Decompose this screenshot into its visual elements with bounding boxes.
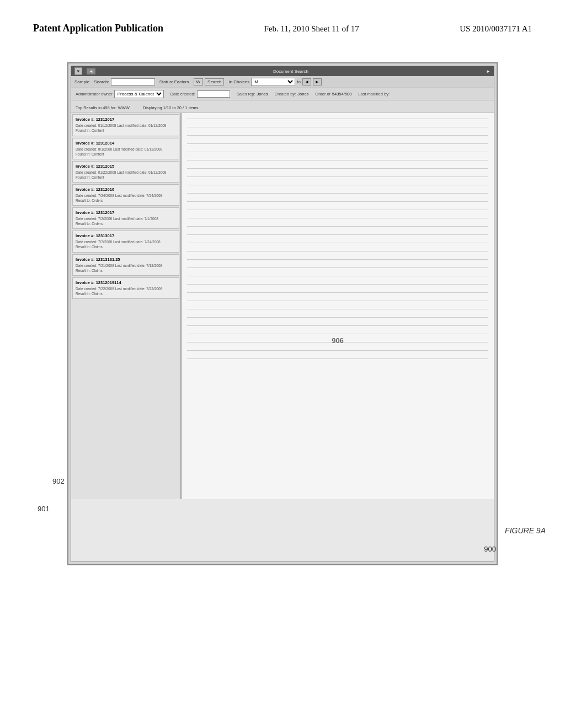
header-tab-1[interactable]: ◄ [87, 68, 95, 74]
sample-label: Sample [74, 79, 89, 84]
list-item-meta: Date created: 7/2/2008 Last modified dat… [76, 216, 176, 226]
filter-group-search: Search: [94, 78, 155, 85]
publication-date-sheet: Feb. 11, 2010 Sheet 11 of 17 [264, 22, 359, 34]
grid-lines [187, 119, 488, 359]
filter-group-buttons: W Search [194, 78, 225, 85]
sales-rep-label: Sales rep: [237, 92, 255, 97]
status-label: Status: Factors [159, 79, 189, 84]
list-item-title: Invoice #: 12312019114 [76, 280, 176, 285]
annotation-901: 901 [38, 505, 50, 513]
list-item[interactable]: Invoice #: 12313017 Date created: 7/7/20… [72, 231, 179, 252]
publication-title: Patent Application Publication [33, 22, 163, 35]
annotation-902: 902 [52, 477, 65, 485]
last-modified-group: Last modified by: [358, 92, 390, 97]
created-by-label: Created by: [275, 92, 296, 97]
list-item-title: Invoice #: 12312015 [76, 164, 176, 169]
search-button[interactable]: Search [205, 78, 224, 85]
page-header: Patent Application Publication Feb. 11, … [0, 0, 565, 46]
figure-number: 900 [484, 545, 496, 553]
detail-pane: 906 [182, 113, 494, 499]
list-item[interactable]: Invoice #: 12313131.25 Date created: 7/2… [72, 254, 179, 276]
filter-group-status: Status: Factors [159, 79, 189, 84]
displaying-label: Displaying 1/10 to 20 / 1 items [143, 105, 198, 110]
list-item-meta: Date created: 8/1/2008 Last modified dat… [76, 147, 176, 157]
publication-number: US 2010/0037171 A1 [460, 22, 532, 34]
main-split: Invoice #: 12312017 Date created: 01/12/… [71, 113, 494, 499]
date-created-label: Date created: [170, 92, 195, 97]
list-item-title: Invoice #: 12313017 [76, 233, 176, 238]
screenshot-container: × ◄ Document Search ► Sample Search: S [67, 62, 498, 565]
page: Patent Application Publication Feb. 11, … [0, 0, 565, 565]
admin-owner-label: Administrator owner [76, 92, 113, 97]
order-label: Order of [315, 92, 331, 97]
figure-area: 901 902 903 904 905 × ◄ Document Search … [0, 46, 565, 565]
list-item-title: Invoice #: 12313131.25 [76, 257, 176, 262]
admin-owner-select[interactable]: Process & Calendar [114, 90, 164, 98]
list-item-meta: Date created: 7/22/2008 Last modified da… [76, 286, 176, 296]
page-to: to [297, 79, 301, 84]
sales-rep-value: Jones [257, 92, 268, 97]
status-select[interactable]: M All [251, 78, 295, 86]
prev-button[interactable]: ◄ [302, 78, 311, 85]
page-nav-label: In Choices [228, 79, 249, 84]
list-item-title: Invoice #: 12312017 [76, 117, 176, 122]
created-by-value: Jones [297, 92, 308, 97]
created-by-group: Created by: Jones [275, 92, 309, 97]
list-item-title: Invoice #: 12312016 [76, 187, 176, 192]
detail-view-number: 906 [332, 336, 344, 345]
app-header-bar: × ◄ Document Search ► [71, 66, 494, 76]
w-button[interactable]: W [194, 78, 204, 85]
header-title: Document Search [100, 69, 482, 74]
order-value: 54354/500 [332, 92, 351, 97]
filter-group-nav: In Choices M All to ◄ ► [228, 78, 321, 86]
header-tab-2[interactable]: ► [486, 69, 491, 74]
results-list: Invoice #: 12312017 Date created: 01/12/… [71, 113, 182, 499]
date-created-input[interactable] [197, 90, 230, 98]
close-button[interactable]: × [74, 67, 82, 75]
list-item[interactable]: Invoice #: 12312017 Date created: 01/12/… [72, 114, 179, 136]
list-item[interactable]: Invoice #: 12312015 Date created: 01/22/… [72, 161, 179, 183]
list-item[interactable]: Invoice #: 12312014 Date created: 8/1/20… [72, 138, 179, 159]
top-results-label: Top Results in 456 for: WWW [76, 105, 130, 110]
list-item[interactable]: Invoice #: 12312017 Date created: 7/2/20… [72, 207, 179, 229]
list-item-meta: Date created: 7/7/2008 Last modified dat… [76, 239, 176, 249]
list-item-title: Invoice #: 12312014 [76, 141, 176, 146]
list-item-meta: Date created: 7/24/2008 Last modified da… [76, 193, 176, 203]
sales-group: Sales rep: Jones [237, 92, 268, 97]
order-group: Order of 54354/500 [315, 92, 351, 97]
admin-owner-group: Administrator owner Process & Calendar [76, 90, 164, 98]
search-input[interactable] [111, 78, 155, 85]
list-item[interactable]: Invoice #: 12312016 Date created: 7/24/2… [72, 184, 179, 206]
filter-row: Sample Search: Status: Factors W Search [71, 76, 494, 88]
app-window: × ◄ Document Search ► Sample Search: S [71, 66, 494, 562]
filter-group-sample: Sample [74, 79, 89, 84]
list-item[interactable]: Invoice #: 12312019114 Date created: 7/2… [72, 277, 179, 299]
figure-label: FIGURE 9A [505, 526, 546, 535]
search-label: Search: [94, 79, 109, 84]
next-button[interactable]: ► [313, 78, 322, 85]
list-item-meta: Date created: 01/22/2008 Last modified d… [76, 170, 176, 180]
list-item-meta: Date created: 7/21/2008 Last modified da… [76, 263, 176, 273]
results-row: Top Results in 456 for: WWW Displaying 1… [71, 100, 494, 113]
list-item-meta: Date created: 01/12/2008 Last modified d… [76, 123, 176, 133]
date-created-group: Date created: [170, 90, 230, 98]
last-modified-label: Last modified by: [358, 92, 390, 97]
list-item-title: Invoice #: 12312017 [76, 210, 176, 215]
